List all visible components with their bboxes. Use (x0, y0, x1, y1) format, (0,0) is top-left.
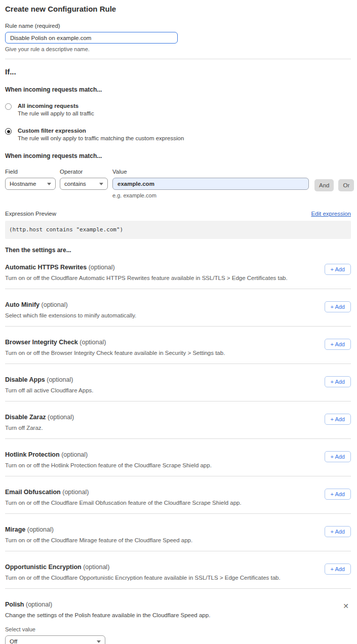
radio-button-icon[interactable] (5, 128, 12, 135)
setting-row: Automatic HTTPS Rewrites (optional) Turn… (5, 264, 351, 281)
setting-title: Disable Zaraz (5, 414, 46, 421)
divider (5, 476, 351, 476)
setting-section-polish: Polish (optional) Change the settings of… (5, 601, 351, 644)
setting-row: Disable Apps (optional) Turn off all act… (5, 376, 351, 393)
setting-title: Auto Minify (5, 301, 39, 308)
match-heading: When incoming requests match... (5, 86, 351, 93)
chevron-down-icon (47, 183, 51, 185)
settings-list: Automatic HTTPS Rewrites (optional) Turn… (5, 264, 351, 589)
setting-title: Opportunistic Encryption (5, 564, 82, 571)
request-match-radio-group: All incoming requests The rule will appl… (5, 103, 351, 141)
setting-optional-label: (optional) (80, 339, 106, 346)
setting-row: Hotlink Protection (optional) Turn on or… (5, 451, 351, 468)
setting-description: Turn on or off the Cloudflare Email Obfu… (5, 500, 316, 506)
expression-builder: Field Hostname Operator contains Value e… (5, 169, 351, 198)
add-setting-button[interactable]: + Add (325, 526, 351, 537)
setting-optional-label: (optional) (26, 601, 52, 608)
rule-name-label: Rule name (required) (5, 23, 351, 29)
setting-optional-label: (optional) (83, 564, 109, 571)
divider (5, 513, 351, 514)
setting-optional-label: (optional) (47, 376, 73, 383)
polish-value-select[interactable]: Off (5, 635, 105, 644)
divider (5, 438, 351, 439)
radio-label: Custom filter expression (18, 128, 184, 134)
radio-description: The rule will only apply to traffic matc… (18, 135, 184, 141)
setting-optional-label: (optional) (48, 414, 74, 421)
expression-preview-label: Expression Preview (5, 211, 56, 217)
setting-description: Turn on or off the Browser Integrity Che… (5, 350, 316, 356)
setting-optional-label: (optional) (62, 489, 89, 496)
radio-description: The rule will apply to all traffic (18, 110, 94, 116)
divider (5, 401, 351, 401)
setting-title: Polish (5, 601, 24, 608)
close-icon[interactable]: ✕ (341, 601, 351, 611)
edit-expression-link[interactable]: Edit expression (311, 211, 351, 217)
setting-description: Turn off Zaraz. (5, 425, 316, 431)
value-input[interactable] (112, 178, 309, 190)
setting-row: Auto Minify (optional) Select which file… (5, 301, 351, 318)
and-button[interactable]: And (314, 179, 334, 191)
operator-select-value: contains (64, 181, 86, 187)
divider (5, 364, 351, 364)
if-heading: If... (5, 67, 351, 76)
setting-title: Hotlink Protection (5, 451, 60, 458)
setting-row: Disable Zaraz (optional) Turn off Zaraz.… (5, 414, 351, 431)
add-setting-button[interactable]: + Add (325, 414, 351, 425)
radio-dot-icon (7, 130, 10, 133)
configuration-rule-form: Create new Configuration Rule Rule name … (0, 0, 357, 644)
add-setting-button[interactable]: + Add (325, 301, 351, 312)
setting-optional-label: (optional) (61, 451, 88, 458)
setting-title: Disable Apps (5, 376, 45, 383)
chevron-down-icon (99, 183, 103, 185)
setting-description: Turn on or off the Hotlink Protection fe… (5, 462, 316, 468)
setting-title: Email Obfuscation (5, 489, 61, 496)
setting-description: Turn on or off the Cloudflare Automatic … (5, 275, 316, 281)
setting-row: Opportunistic Encryption (optional) Turn… (5, 564, 351, 581)
rule-name-input[interactable] (5, 32, 178, 44)
divider (5, 289, 351, 289)
setting-description: Turn on or off the Cloudflare Mirage fea… (5, 537, 316, 543)
radio-option-all-incoming-requests[interactable]: All incoming requests The rule will appl… (5, 103, 351, 116)
add-setting-button[interactable]: + Add (325, 339, 351, 350)
field-select[interactable]: Hostname (5, 178, 56, 190)
add-setting-button[interactable]: + Add (325, 564, 351, 575)
add-setting-button[interactable]: + Add (325, 376, 351, 387)
setting-optional-label: (optional) (89, 264, 115, 271)
setting-optional-label: (optional) (27, 526, 54, 533)
divider (5, 326, 351, 327)
radio-option-custom-filter-expression[interactable]: Custom filter expression The rule will o… (5, 128, 351, 141)
setting-row: Browser Integrity Check (optional) Turn … (5, 339, 351, 356)
add-setting-button[interactable]: + Add (325, 489, 351, 500)
field-label: Field (5, 169, 56, 175)
then-settings-heading: Then the settings are... (5, 247, 351, 254)
divider (5, 588, 351, 589)
divider (5, 551, 351, 551)
setting-row: Email Obfuscation (optional) Turn on or … (5, 489, 351, 506)
add-setting-button[interactable]: + Add (325, 451, 351, 462)
setting-title: Mirage (5, 526, 25, 533)
add-setting-button[interactable]: + Add (325, 264, 351, 275)
or-button[interactable]: Or (338, 179, 354, 191)
builder-heading: When incoming requests match... (5, 152, 351, 159)
radio-texts: Custom filter expression The rule will o… (16, 128, 184, 141)
polish-select-value: Off (10, 638, 17, 644)
select-value-label: Select value (5, 626, 351, 632)
radio-button-icon[interactable] (5, 103, 12, 110)
field-select-value: Hostname (10, 181, 36, 187)
setting-title: Automatic HTTPS Rewrites (5, 264, 87, 271)
operator-select[interactable]: contains (60, 178, 108, 190)
value-label: Value (112, 169, 309, 175)
chevron-down-icon (97, 640, 101, 643)
operator-label: Operator (60, 169, 108, 175)
setting-optional-label: (optional) (42, 301, 68, 308)
value-helper: e.g. example.com (112, 192, 309, 198)
setting-description: Turn on or off the Cloudflare Opportunis… (5, 575, 316, 581)
setting-description: Select which file extensions to minify a… (5, 312, 316, 318)
setting-title: Browser Integrity Check (5, 339, 78, 346)
setting-row: Mirage (optional) Turn on or off the Clo… (5, 526, 351, 543)
radio-label: All incoming requests (18, 103, 94, 109)
expression-preview-code: (http.host contains "example.com") (5, 221, 351, 239)
setting-description: Turn off all active Cloudflare Apps. (5, 387, 316, 393)
divider (5, 59, 351, 59)
page-title: Create new Configuration Rule (5, 5, 351, 13)
